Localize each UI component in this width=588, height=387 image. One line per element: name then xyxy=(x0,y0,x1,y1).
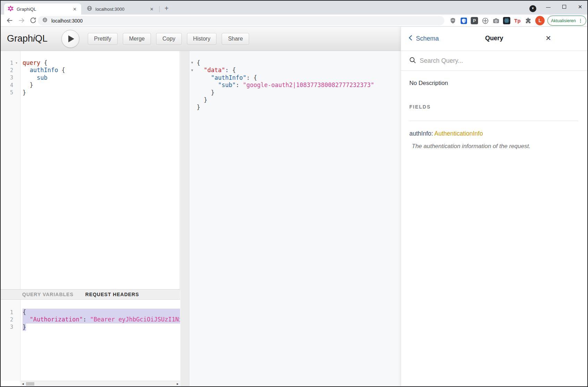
code-line: query { xyxy=(23,59,180,67)
code-line: } xyxy=(197,104,401,111)
response-code: { "data": { "authInfo": { "sub": "google… xyxy=(189,51,401,111)
code-line: sub xyxy=(23,74,180,81)
address-bar[interactable]: localhost:3000 xyxy=(38,16,444,25)
line-number: 2 xyxy=(1,317,13,323)
code-line: } xyxy=(197,89,401,96)
graphiql-logo: GraphiQL xyxy=(7,33,48,44)
pane-drag-bar[interactable] xyxy=(180,51,189,386)
new-tab-button[interactable]: + xyxy=(162,5,171,13)
close-window-button[interactable]: ✕ xyxy=(578,5,582,9)
headers-editor-gutter: 1 2 3 xyxy=(1,300,20,381)
line-number: 2 xyxy=(1,67,13,74)
divider xyxy=(409,121,578,121)
share-button[interactable]: Share xyxy=(222,33,249,45)
scroll-right-icon[interactable]: ▸ xyxy=(175,382,180,386)
tab-close-icon[interactable]: ✕ xyxy=(149,7,155,12)
code-line: "data": { xyxy=(197,67,401,74)
tab-close-icon[interactable]: ✕ xyxy=(72,7,78,12)
fold-arrow-icon[interactable]: ▾ xyxy=(13,61,20,65)
copy-button[interactable]: Copy xyxy=(156,33,181,45)
response-viewer[interactable]: ▾ ▾ { "data": { "authInfo": { "sub": "go… xyxy=(189,51,401,386)
field-description: The authentication information of the re… xyxy=(412,143,578,150)
code-line: } xyxy=(23,324,180,331)
doc-explorer-body: No Description FIELDS authInfo: Authenti… xyxy=(401,71,587,150)
bitwarden-extension-icon[interactable] xyxy=(460,17,467,24)
line-number: 1 xyxy=(1,60,13,66)
code-line: } xyxy=(23,81,180,89)
execute-button[interactable] xyxy=(61,30,79,48)
fold-arrow-icon[interactable]: ▾ xyxy=(191,60,193,65)
code-line: authInfo { xyxy=(23,67,180,74)
fold-arrow-icon[interactable]: ▾ xyxy=(191,68,193,72)
graphiql-toolbar-buttons: Prettify Merge Copy History Share xyxy=(88,33,249,45)
back-button[interactable] xyxy=(6,17,14,25)
query-editor[interactable]: 1▾ 2 3 4 5 query { authInfo { sub } } xyxy=(1,51,180,289)
ublock-extension-icon[interactable] xyxy=(449,17,457,24)
tab-localhost[interactable]: localhost:3000 ✕ xyxy=(83,3,158,15)
code-line: "Authorization": "Bearer eyJhbGciOiJSUzI… xyxy=(23,316,180,323)
tab-query-variables[interactable]: QUERY VARIABLES xyxy=(22,292,74,297)
line-number: 1 xyxy=(1,309,13,316)
maximize-button[interactable] xyxy=(562,5,566,9)
secondary-tab-bar: QUERY VARIABLES REQUEST HEADERS xyxy=(1,289,180,300)
profile-avatar[interactable]: L xyxy=(535,16,545,25)
screenshot-camera-extension-icon[interactable] xyxy=(492,17,500,24)
reload-button[interactable] xyxy=(29,17,38,25)
line-number: 5 xyxy=(1,89,13,96)
tab-title: GraphiQL xyxy=(17,7,72,12)
merge-button[interactable]: Merge xyxy=(123,33,151,45)
scroll-left-icon[interactable]: ◂ xyxy=(20,382,25,386)
field-colon: : xyxy=(431,130,433,137)
doc-search-input[interactable] xyxy=(420,57,538,64)
line-number: 4 xyxy=(1,82,13,88)
tab-request-headers[interactable]: REQUEST HEADERS xyxy=(85,292,139,297)
tampermonkey-extension-icon[interactable]: Tp xyxy=(514,17,521,24)
code-line: "authInfo": { xyxy=(197,74,401,81)
prettify-button[interactable]: Prettify xyxy=(88,33,118,45)
doc-explorer-panel: Schema Query ✕ No Description FIELDS aut… xyxy=(401,27,587,386)
extensions-puzzle-icon[interactable] xyxy=(525,17,532,24)
tab-title: localhost:3000 xyxy=(95,7,149,12)
doc-title: Query xyxy=(401,35,587,42)
globe-icon xyxy=(87,6,92,12)
tab-strip: GraphiQL ✕ localhost:3000 ✕ + ▼ ✕ xyxy=(1,1,587,15)
globe-icon xyxy=(42,17,48,24)
headers-editor-code[interactable]: { "Authorization": "Bearer eyJhbGciOiJSU… xyxy=(20,300,180,381)
code-line: "sub": "google-oauth2|108377380082777232… xyxy=(197,81,401,89)
line-number: 3 xyxy=(1,75,13,81)
forward-button[interactable] xyxy=(18,17,26,25)
graphiql-page: GraphiQL Prettify Merge Copy History Sha… xyxy=(1,27,587,386)
browser-toolbar: localhost:3000 P xyxy=(1,15,587,27)
field-type-link[interactable]: AuthenticationInfo xyxy=(434,130,483,137)
code-line: } xyxy=(197,96,401,104)
no-description-text: No Description xyxy=(409,80,578,87)
request-headers-editor[interactable]: 1 2 3 { "Authorization": "Bearer eyJhbGc… xyxy=(1,300,180,381)
minimize-button[interactable] xyxy=(546,5,551,9)
search-icon xyxy=(409,57,416,65)
horizontal-scrollbar[interactable]: ◂ ▸ xyxy=(20,381,180,386)
menu-kebab-icon[interactable]: ⋮ xyxy=(578,18,583,23)
browser-window: GraphiQL ✕ localhost:3000 ✕ + ▼ ✕ xyxy=(0,0,588,387)
react-devtools-extension-icon[interactable] xyxy=(503,17,510,24)
doc-explorer-header: Schema Query ✕ xyxy=(401,27,587,51)
code-line: } xyxy=(23,89,180,96)
update-button[interactable]: Aktualisieren ⋮ xyxy=(547,16,586,26)
history-button[interactable]: History xyxy=(187,33,217,45)
line-number: 3 xyxy=(1,324,13,330)
query-editor-gutter: 1▾ 2 3 4 5 xyxy=(1,51,20,289)
graphiql-topbar: GraphiQL Prettify Merge Copy History Sha… xyxy=(1,27,401,51)
tab-graphiql[interactable]: GraphiQL ✕ xyxy=(4,3,81,15)
play-icon xyxy=(68,35,74,42)
p-extension-icon[interactable]: P xyxy=(471,17,478,24)
tab-search-button[interactable]: ▼ xyxy=(529,5,536,12)
query-editor-code[interactable]: query { authInfo { sub } } xyxy=(20,51,180,289)
extensions-row: P Tp xyxy=(449,15,532,27)
move-dpad-extension-icon[interactable] xyxy=(482,17,489,24)
fields-heading: FIELDS xyxy=(409,104,578,110)
field-name-link[interactable]: authInfo xyxy=(409,130,431,137)
scrollbar-thumb[interactable] xyxy=(26,382,34,386)
secondary-editor-section: QUERY VARIABLES REQUEST HEADERS 1 2 3 { … xyxy=(1,289,180,386)
doc-close-icon[interactable]: ✕ xyxy=(545,34,551,42)
address-text: localhost:3000 xyxy=(51,18,83,24)
window-controls: ✕ xyxy=(546,3,582,10)
